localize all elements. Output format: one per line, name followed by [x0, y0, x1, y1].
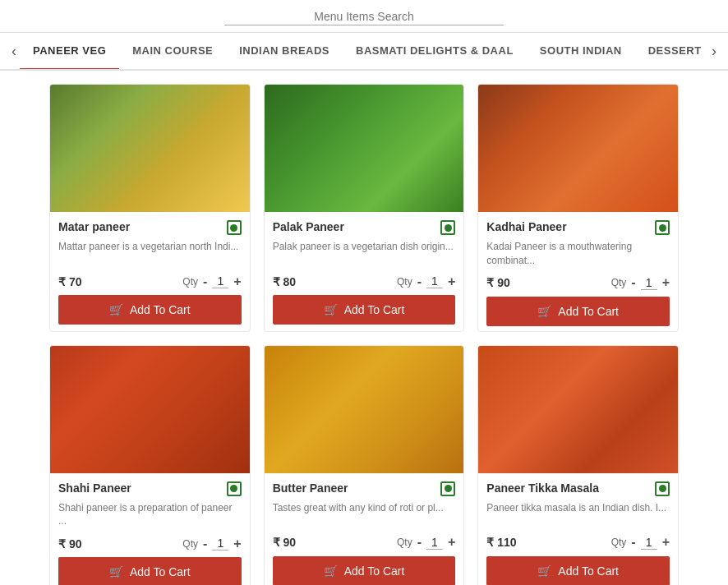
product-image [478, 346, 678, 473]
veg-dot [659, 224, 666, 232]
veg-icon [227, 481, 242, 496]
qty-increase-button[interactable]: + [662, 536, 670, 549]
tab-paneer-veg[interactable]: PANEER VEG [20, 33, 119, 69]
qty-control: Qty - 1 + [611, 536, 670, 550]
product-name: Matar paneer [58, 220, 130, 233]
tab-main-course[interactable]: MAIN COURSE [119, 33, 226, 69]
cart-icon: 🛒 [109, 303, 123, 316]
cart-icon: 🛒 [324, 303, 338, 316]
product-description: Kadai Paneer is a mouthwatering combinat… [486, 240, 670, 268]
product-image [265, 85, 464, 212]
product-description: Shahi paneer is a preparation of paneer … [58, 501, 242, 529]
search-input[interactable] [224, 8, 504, 25]
add-to-cart-label: Add To Cart [130, 565, 191, 578]
product-body: Kadhai Paneer Kadai Paneer is a mouthwat… [478, 212, 678, 331]
qty-control: Qty - 1 + [182, 537, 241, 550]
product-name-row: Shahi Paneer [58, 481, 242, 496]
qty-control: Qty - 1 + [611, 276, 670, 290]
product-price: ₹ 110 [486, 536, 516, 549]
product-name-row: Paneer Tikka Masala [486, 481, 670, 496]
add-to-cart-label: Add To Cart [558, 564, 619, 578]
add-to-cart-button[interactable]: 🛒 Add To Cart [273, 556, 456, 585]
add-to-cart-button[interactable]: 🛒 Add To Cart [273, 295, 456, 325]
cart-icon: 🛒 [324, 564, 338, 578]
qty-increase-button[interactable]: + [662, 276, 670, 289]
product-name: Palak Paneer [273, 220, 344, 233]
add-to-cart-button[interactable]: 🛒 Add To Cart [486, 556, 670, 585]
search-bar [0, 0, 728, 33]
product-body: Matar paneer Mattar paneer is a vegetari… [50, 212, 250, 329]
product-name-row: Palak Paneer [273, 220, 456, 235]
qty-decrease-button[interactable]: - [631, 276, 635, 289]
veg-icon [227, 220, 242, 235]
qty-label: Qty [611, 277, 627, 288]
tab-dessert[interactable]: DESSERT [635, 33, 708, 69]
product-body: Butter Paneer Tastes great with any kind… [265, 473, 464, 585]
qty-label: Qty [397, 537, 412, 548]
add-to-cart-label: Add To Cart [558, 305, 619, 318]
product-name: Shahi Paneer [58, 481, 131, 495]
product-price-qty: ₹ 80 Qty - 1 + [273, 274, 456, 288]
tabs-prev-button[interactable]: ‹ [8, 44, 20, 58]
product-card: Paneer Tikka Masala Paneer tikka masala … [477, 345, 679, 585]
product-card: Butter Paneer Tastes great with any kind… [264, 345, 465, 585]
veg-dot [230, 224, 237, 232]
qty-decrease-button[interactable]: - [203, 275, 207, 288]
qty-increase-button[interactable]: + [448, 536, 455, 549]
qty-value: 1 [641, 536, 657, 550]
qty-increase-button[interactable]: + [233, 537, 241, 550]
product-card: Shahi Paneer Shahi paneer is a preparati… [49, 345, 251, 585]
product-name-row: Matar paneer [58, 220, 242, 235]
cart-icon: 🛒 [109, 565, 123, 578]
add-to-cart-label: Add To Cart [344, 564, 405, 578]
veg-dot [445, 224, 452, 232]
tab-south-indian[interactable]: SOUTH INDIAN [527, 33, 635, 69]
product-name-row: Kadhai Paneer [486, 220, 670, 235]
tab-basmati-delights[interactable]: BASMATI DELIGHTS & DAAL [343, 33, 527, 69]
product-body: Paneer Tikka Masala Paneer tikka masala … [478, 473, 678, 585]
veg-dot [230, 485, 237, 492]
product-name: Paneer Tikka Masala [486, 481, 599, 495]
product-description: Tastes great with any kind of roti or pl… [273, 501, 456, 527]
qty-value: 1 [426, 274, 443, 288]
veg-icon [655, 220, 670, 235]
qty-value: 1 [641, 276, 657, 290]
product-card: Matar paneer Mattar paneer is a vegetari… [49, 84, 251, 332]
veg-icon [440, 481, 455, 496]
qty-decrease-button[interactable]: - [203, 537, 207, 550]
product-image [50, 85, 250, 212]
product-price-qty: ₹ 90 Qty - 1 + [273, 536, 456, 550]
product-name: Butter Paneer [273, 481, 348, 495]
qty-value: 1 [212, 537, 228, 550]
veg-dot [445, 485, 452, 492]
product-name: Kadhai Paneer [486, 220, 566, 233]
product-body: Palak Paneer Palak paneer is a vegetaria… [265, 212, 464, 329]
product-price: ₹ 90 [273, 536, 296, 549]
product-image [50, 346, 250, 473]
add-to-cart-button[interactable]: 🛒 Add To Cart [58, 557, 242, 585]
add-to-cart-button[interactable]: 🛒 Add To Cart [58, 295, 242, 325]
veg-dot [659, 485, 666, 492]
veg-icon [655, 481, 670, 496]
qty-increase-button[interactable]: + [233, 275, 241, 288]
product-card: Palak Paneer Palak paneer is a vegetaria… [264, 84, 465, 332]
qty-control: Qty - 1 + [397, 536, 455, 550]
veg-icon [440, 220, 455, 235]
tabs-list: PANEER VEG MAIN COURSE INDIAN BREADS BAS… [20, 33, 708, 69]
qty-decrease-button[interactable]: - [417, 536, 422, 549]
tabs-next-button[interactable]: › [708, 44, 720, 58]
product-price: ₹ 90 [486, 276, 509, 289]
cart-icon: 🛒 [537, 305, 551, 318]
add-to-cart-button[interactable]: 🛒 Add To Cart [486, 297, 670, 326]
product-price-qty: ₹ 70 Qty - 1 + [58, 274, 242, 288]
qty-value: 1 [426, 536, 443, 550]
qty-increase-button[interactable]: + [448, 275, 455, 288]
qty-decrease-button[interactable]: - [417, 275, 422, 288]
product-price-qty: ₹ 90 Qty - 1 + [58, 537, 242, 550]
qty-label: Qty [611, 537, 627, 548]
qty-decrease-button[interactable]: - [631, 536, 635, 549]
tab-indian-breads[interactable]: INDIAN BREADS [226, 33, 343, 69]
cart-icon: 🛒 [537, 564, 551, 578]
qty-label: Qty [182, 276, 198, 288]
product-image [478, 85, 678, 212]
